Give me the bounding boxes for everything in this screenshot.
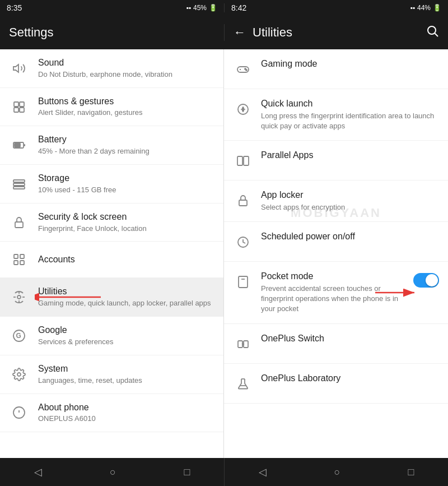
red-arrow-left-annotation <box>35 289 102 306</box>
scheduled-icon <box>233 232 253 252</box>
status-bar-right: 8:42 ▪▪ 44% 🔋 <box>224 3 448 12</box>
security-title: Security & lock screen <box>38 211 214 223</box>
right-item-pocketmode[interactable]: Pocket mode Prevent accidental screen to… <box>224 262 448 323</box>
gaming-title: Gaming mode <box>261 58 439 70</box>
status-bar-left: 8:35 ▪▪ 45% 🔋 <box>0 3 224 12</box>
gaming-text: Gaming mode <box>261 58 439 70</box>
nav-back-left[interactable]: ◁ <box>25 461 51 483</box>
right-item-parallelapps[interactable]: Parallel Apps <box>224 141 448 180</box>
left-panel: Sound Do Not Disturb, earphone mode, vib… <box>0 49 224 458</box>
buttons-text: Buttons & gestures Alert Slider, navigat… <box>38 96 214 118</box>
header-row: Settings ← Utilities <box>0 16 448 49</box>
battery-left: 45% <box>193 4 207 12</box>
svg-line-1 <box>435 34 438 37</box>
sidebar-item-about[interactable]: About phone ONEPLUS A6010 <box>0 394 223 433</box>
battery-text: Battery 45% - More than 2 days remaining <box>38 134 214 156</box>
battery-subtitle: 45% - More than 2 days remaining <box>38 147 214 156</box>
parallelapps-title: Parallel Apps <box>261 150 439 161</box>
onepluslab-icon <box>233 374 253 394</box>
right-item-quicklaunch[interactable]: Quick launch Long press the fingerprint … <box>224 89 448 141</box>
svg-rect-45 <box>238 341 242 348</box>
onepluslab-title: OnePlus Laboratory <box>261 373 439 385</box>
svg-point-18 <box>17 295 21 299</box>
system-text: System Languages, time, reset, updates <box>38 363 214 386</box>
quicklaunch-icon <box>233 99 253 119</box>
svg-rect-11 <box>13 183 25 186</box>
nav-back-right[interactable]: ◁ <box>250 461 276 483</box>
quicklaunch-title: Quick launch <box>261 98 439 110</box>
svg-rect-39 <box>244 156 249 165</box>
oneplusswitch-title: OnePlus Switch <box>261 333 439 345</box>
google-subtitle: Services & preferences <box>38 337 214 347</box>
svg-rect-6 <box>20 108 24 112</box>
about-icon <box>9 402 29 423</box>
sidebar-item-security[interactable]: Security & lock screen Fingerprint, Face… <box>0 203 223 242</box>
utilities-title: Utilities <box>253 25 292 40</box>
sidebar-item-storage[interactable]: Storage 10% used - 115 GB free <box>0 165 223 203</box>
sidebar-item-sound[interactable]: Sound Do Not Disturb, earphone mode, vib… <box>0 49 223 88</box>
google-title: Google <box>38 325 214 336</box>
right-item-scheduled[interactable]: Scheduled power on/off <box>224 222 448 262</box>
sidebar-item-accounts[interactable]: Accounts <box>0 242 223 278</box>
right-item-oneplusswitch[interactable]: OnePlus Switch <box>224 324 448 364</box>
battery-icon-left: 🔋 <box>209 4 217 12</box>
svg-rect-5 <box>14 108 18 112</box>
gaming-icon <box>233 59 253 80</box>
applocker-subtitle: Select apps for encryption <box>261 202 439 212</box>
google-icon: G <box>9 326 29 346</box>
svg-rect-9 <box>15 144 20 147</box>
battery-icon-right: 🔋 <box>433 4 441 12</box>
nav-home-right[interactable]: ○ <box>325 462 349 483</box>
sound-title: Sound <box>38 57 214 69</box>
scheduled-text: Scheduled power on/off <box>261 231 439 243</box>
svg-point-35 <box>246 70 247 71</box>
battery-icon <box>9 135 29 155</box>
buttons-title: Buttons & gestures <box>38 96 214 108</box>
accounts-title: Accounts <box>38 254 214 266</box>
sound-text: Sound Do Not Disturb, earphone mode, vib… <box>38 57 214 80</box>
storage-text: Storage 10% used - 115 GB free <box>38 173 214 195</box>
svg-rect-16 <box>14 261 18 265</box>
header-left: Settings <box>0 25 224 40</box>
time-left: 8:35 <box>7 3 22 12</box>
header-right: ← Utilities <box>224 24 448 41</box>
buttons-icon <box>9 97 29 117</box>
onepluslab-text: OnePlus Laboratory <box>261 373 439 385</box>
google-text: Google Services & preferences <box>38 325 214 347</box>
sound-icon <box>9 58 29 78</box>
signal-icon-left: ▪▪ <box>186 4 191 12</box>
nav-right: ◁ ○ □ <box>224 458 448 486</box>
sidebar-item-battery[interactable]: Battery 45% - More than 2 days remaining <box>0 126 223 165</box>
svg-rect-13 <box>15 222 23 228</box>
applocker-title: App locker <box>261 189 439 201</box>
sidebar-item-buttons[interactable]: Buttons & gestures Alert Slider, navigat… <box>0 88 223 127</box>
sound-subtitle: Do Not Disturb, earphone mode, vibration <box>38 70 214 80</box>
security-subtitle: Fingerprint, Face Unlock, location <box>38 224 214 234</box>
about-title: About phone <box>38 402 214 414</box>
right-item-applocker[interactable]: App locker Select apps for encryption <box>224 180 448 222</box>
right-item-gaming[interactable]: Gaming mode <box>224 49 448 89</box>
right-item-onepluslab[interactable]: OnePlus Laboratory <box>224 364 448 404</box>
status-bar: 8:35 ▪▪ 45% 🔋 8:42 ▪▪ 44% 🔋 <box>0 0 448 16</box>
svg-marker-2 <box>13 64 18 72</box>
toggle-knob <box>426 274 438 286</box>
system-subtitle: Languages, time, reset, updates <box>38 376 214 386</box>
svg-rect-12 <box>13 187 25 189</box>
security-text: Security & lock screen Fingerprint, Face… <box>38 211 214 234</box>
back-button[interactable]: ← <box>234 25 246 40</box>
sidebar-item-system[interactable]: System Languages, time, reset, updates <box>0 355 223 394</box>
red-arrow-right-annotation <box>375 281 420 304</box>
utilities-icon <box>9 287 29 307</box>
sidebar-item-utilities[interactable]: Utilities Gaming mode, quick launch, app… <box>0 278 223 317</box>
quicklaunch-text: Quick launch Long press the fingerprint … <box>261 98 439 131</box>
sidebar-item-google[interactable]: G Google Services & preferences <box>0 317 223 355</box>
svg-rect-14 <box>14 254 18 258</box>
signal-icon-right: ▪▪ <box>410 4 415 12</box>
nav-recent-right[interactable]: □ <box>399 462 423 483</box>
nav-home-left[interactable]: ○ <box>101 462 125 483</box>
parallelapps-text: Parallel Apps <box>261 150 439 161</box>
status-icons-right: ▪▪ 44% 🔋 <box>410 4 441 12</box>
search-button[interactable] <box>426 24 439 41</box>
nav-recent-left[interactable]: □ <box>175 462 199 483</box>
nav-left: ◁ ○ □ <box>0 458 224 486</box>
